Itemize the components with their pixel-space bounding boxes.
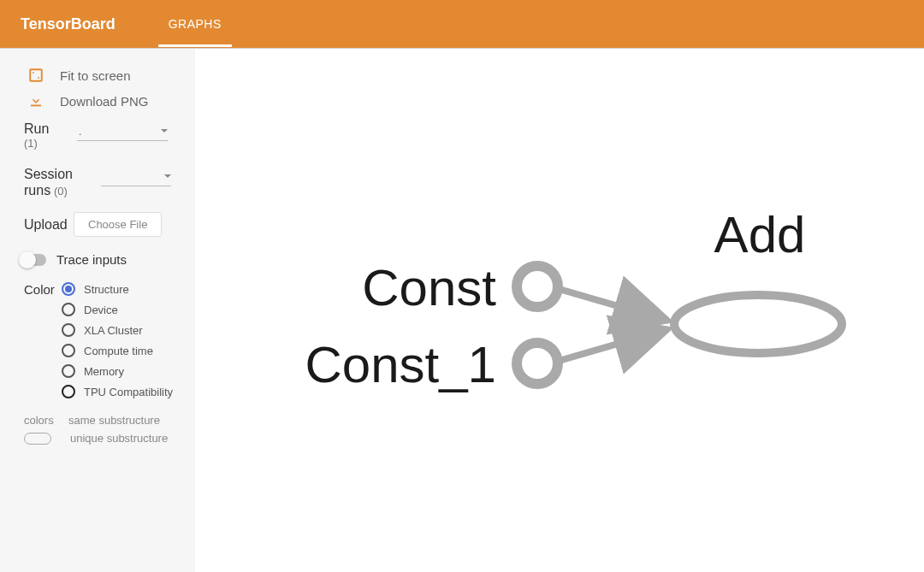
choose-file-button[interactable]: Choose File xyxy=(74,212,162,237)
color-option-label: Compute time xyxy=(84,345,153,357)
legend-unique-label: unique substructure xyxy=(70,432,168,445)
color-option-compute-time[interactable]: Compute time xyxy=(62,344,178,357)
color-option-label: Device xyxy=(84,304,118,316)
radio-icon xyxy=(62,323,75,337)
fit-screen-icon xyxy=(24,68,48,83)
color-option-structure[interactable]: Structure xyxy=(62,282,178,296)
node-label-const-1: Const_1 xyxy=(305,335,496,394)
download-icon xyxy=(24,93,48,109)
session-runs-count: (0) xyxy=(54,185,68,198)
svg-rect-3 xyxy=(31,105,41,107)
color-option-memory[interactable]: Memory xyxy=(62,364,178,378)
color-option-label: Structure xyxy=(84,283,129,296)
trace-inputs-label: Trace inputs xyxy=(56,252,127,267)
run-select-value: . xyxy=(77,126,81,138)
edge-const1-add[interactable] xyxy=(550,329,668,363)
legend-row-unique: unique substructure xyxy=(24,432,178,445)
color-option-tpu-compatibility[interactable]: TPU Compatibility xyxy=(62,385,178,398)
download-png-label: Download PNG xyxy=(60,94,148,109)
color-label: Color xyxy=(24,282,62,297)
color-option-xla-cluster[interactable]: XLA Cluster xyxy=(62,323,178,337)
legend-row-same: colors same substructure xyxy=(24,414,178,427)
radio-icon xyxy=(62,303,75,316)
session-runs-row: Session runs (0) xyxy=(24,166,178,198)
trace-inputs-row: Trace inputs xyxy=(21,252,178,267)
node-const[interactable] xyxy=(517,266,558,307)
app-logo: TensorBoard xyxy=(21,15,116,33)
legend-swatch-icon xyxy=(24,433,51,445)
computation-graph[interactable] xyxy=(195,49,924,572)
color-section: Color Structure Device XLA Cluster Compu… xyxy=(24,282,178,405)
radio-icon xyxy=(62,344,75,357)
upload-row: Upload Choose File xyxy=(24,212,178,237)
edge-const-add[interactable] xyxy=(550,286,668,321)
color-option-label: Memory xyxy=(84,365,124,378)
color-option-label: TPU Compatibility xyxy=(84,386,173,398)
download-png-button[interactable]: Download PNG xyxy=(24,93,178,109)
fit-to-screen-button[interactable]: Fit to screen xyxy=(24,68,178,83)
radio-icon xyxy=(62,385,75,398)
node-const-1[interactable] xyxy=(517,343,558,384)
legend-header: colors xyxy=(24,414,68,427)
run-label: Run xyxy=(24,121,75,137)
svg-point-1 xyxy=(33,72,34,74)
svg-point-2 xyxy=(38,77,39,79)
node-label-const: Const xyxy=(362,258,496,317)
svg-rect-0 xyxy=(30,69,42,81)
run-select[interactable]: . xyxy=(77,124,168,141)
fit-to-screen-label: Fit to screen xyxy=(60,68,131,83)
trace-inputs-toggle[interactable] xyxy=(21,254,46,266)
color-radio-group: Structure Device XLA Cluster Compute tim… xyxy=(62,282,178,405)
legend-same-label: same substructure xyxy=(68,414,160,427)
radio-icon xyxy=(62,364,75,378)
color-option-device[interactable]: Device xyxy=(62,303,178,316)
sidebar: Fit to screen Download PNG Run (1) . Ses xyxy=(0,49,195,572)
tab-graphs[interactable]: GRAPHS xyxy=(158,1,232,47)
upload-label: Upload xyxy=(24,216,70,233)
app-header: TensorBoard GRAPHS xyxy=(0,0,924,49)
run-count: (1) xyxy=(24,137,75,150)
radio-icon xyxy=(62,282,75,296)
node-add[interactable] xyxy=(674,295,842,353)
app-body: Fit to screen Download PNG Run (1) . Ses xyxy=(0,49,924,572)
color-option-label: XLA Cluster xyxy=(84,324,143,337)
node-label-add: Add xyxy=(700,205,820,264)
run-row: Run (1) . xyxy=(24,121,178,150)
session-runs-select[interactable] xyxy=(101,169,171,186)
graph-panel[interactable]: Const Const_1 Add xyxy=(195,49,924,572)
